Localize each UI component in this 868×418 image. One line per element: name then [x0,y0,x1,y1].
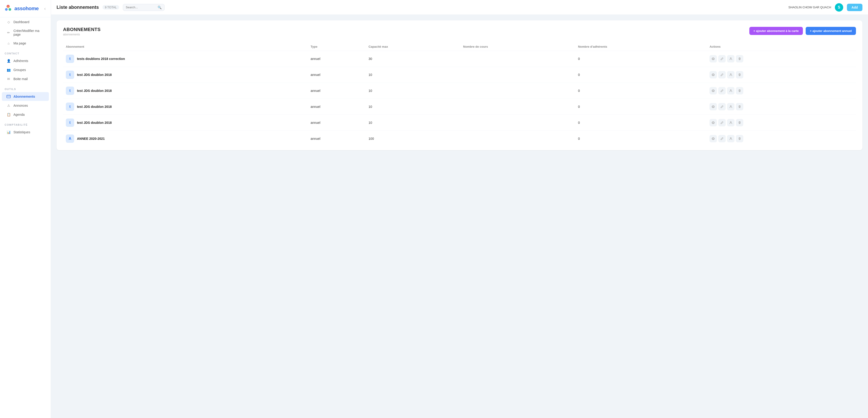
sidebar-item-adherents[interactable]: 👤 Adhérents [2,57,49,65]
sidebar-item-label: Adhérents [13,59,28,63]
card-title-block: ABONNEMENTS abonnements [63,27,101,36]
user-button[interactable] [727,71,735,78]
user-button[interactable] [727,87,735,95]
col-capacite-max: Capacité max [366,43,460,51]
topbar: Liste abonnements 9 TOTAL 🔍 SHAOLIN CHOW… [51,0,868,15]
action-buttons [710,87,853,95]
sidebar-item-abonnements[interactable]: Abonnements [2,92,49,101]
edit-button[interactable] [718,103,726,110]
action-buttons [710,71,853,78]
view-button[interactable] [710,71,717,78]
delete-button[interactable] [736,71,743,78]
topbar-right: SHAOLIN CHOW GAR QUACH S Add [788,3,862,11]
table-row: t tests doublons 2018 correction annuel … [63,51,856,67]
abonnement-cell: t test JDS doublon 2018 [66,103,305,111]
type-cell: annuel [308,83,366,99]
user-name: SHAOLIN CHOW GAR QUACH [788,6,831,9]
add-button[interactable]: Add [847,4,862,11]
nombre-adherents-cell: 0 [575,99,707,115]
sidebar-item-agenda[interactable]: 📋 Agenda [2,110,49,119]
sidebar-collapse-button[interactable]: ‹ [43,6,47,11]
table-row: A ANNEE 2020-2021 annuel 100 0 [63,131,856,147]
sidebar-item-label: Abonnements [13,95,35,98]
nombre-cours-cell [460,51,575,67]
sidebar-section-comptabilite: COMPTABILITÉ 📊 Statistiques [0,119,51,137]
abonnement-cell: t test JDS doublon 2018 [66,86,305,95]
abonnements-table: Abonnement Type Capacité max Nombre de c… [63,43,856,146]
view-button[interactable] [710,103,717,110]
table-row: t test JDS doublon 2018 annuel 10 0 [63,115,856,131]
delete-button[interactable] [736,119,743,126]
svg-point-1 [5,8,8,11]
user-button[interactable] [727,119,735,126]
view-button[interactable] [710,87,717,95]
abonnement-avatar: t [66,103,74,111]
card-header: ABONNEMENTS abonnements + ajouter abonne… [63,27,856,36]
view-button[interactable] [710,119,717,126]
sidebar-item-label: Créer/Modifier ma page [13,29,44,36]
nombre-adherents-cell: 0 [575,83,707,99]
nombre-cours-cell [460,83,575,99]
table-row: t test JDS doublon 2018 annuel 10 0 [63,83,856,99]
edit-button[interactable] [718,71,726,78]
abonnement-avatar: t [66,71,74,79]
sidebar-item-statistiques[interactable]: 📊 Statistiques [2,128,49,137]
capacite-max-cell: 10 [366,115,460,131]
sidebar-item-annonces[interactable]: ⚠ Annonces [2,101,49,110]
capacite-max-cell: 10 [366,99,460,115]
abonnement-name: test JDS doublon 2018 [77,105,112,109]
user-button[interactable] [727,55,735,63]
diamond-icon: ◇ [6,20,11,24]
abonnement-name: ANNEE 2020-2021 [77,137,105,140]
add-carte-button[interactable]: + ajouter abonnement à la carte [749,27,803,35]
user-button[interactable] [727,135,735,142]
capacite-max-cell: 100 [366,131,460,147]
sidebar-item-ma-page[interactable]: ⌂ Ma page [2,39,49,48]
card-subtitle: abonnements [63,33,101,36]
delete-button[interactable] [736,135,743,142]
sidebar-item-creer-page[interactable]: ✏ Créer/Modifier ma page [2,27,49,39]
action-buttons [710,55,853,63]
search-input[interactable] [126,6,156,9]
edit-button[interactable] [718,119,726,126]
svg-point-5 [712,58,714,60]
card-actions: + ajouter abonnement à la carte + ajoute… [749,27,856,35]
sidebar-item-label: Dashboard [13,20,29,24]
edit-button[interactable] [718,87,726,95]
user-button[interactable] [727,103,735,110]
delete-button[interactable] [736,87,743,95]
sidebar-logo: assohome ‹ [0,0,51,18]
app-container: assohome ‹ ◇ Dashboard ✏ Créer/Modifier … [0,0,868,418]
topbar-left: Liste abonnements 9 TOTAL 🔍 [57,4,164,11]
edit-button[interactable] [718,55,726,63]
sidebar-item-groupes[interactable]: 👥 Groupes [2,66,49,74]
sidebar-section-contact: CONTACT 👤 Adhérents 👥 Groupes ✉ Boite ma… [0,48,51,83]
col-nombre-adherents: Nombre d'adhérents [575,43,707,51]
add-annuel-button[interactable]: + ajouter abonnement annuel [806,27,856,35]
nombre-adherents-cell: 0 [575,67,707,83]
sidebar-item-label: Annonces [13,104,28,107]
sidebar-section-outils: OUTILS Abonnements ⚠ Annonces 📋 Agenda [0,83,51,119]
svg-rect-4 [7,95,10,98]
sidebar-item-dashboard[interactable]: ◇ Dashboard [2,18,49,26]
delete-button[interactable] [736,103,743,110]
home-icon: ⌂ [6,41,11,45]
capacite-max-cell: 30 [366,51,460,67]
edit-button[interactable] [718,135,726,142]
type-cell: annuel [308,67,366,83]
annonces-icon: ⚠ [6,103,11,108]
view-button[interactable] [710,135,717,142]
table-wrapper: Abonnement Type Capacité max Nombre de c… [63,43,856,146]
svg-point-11 [712,106,714,107]
section-label-comptabilite: COMPTABILITÉ [0,119,51,128]
search-box[interactable]: 🔍 [123,4,164,11]
svg-point-13 [712,122,714,124]
mail-icon: ✉ [6,77,11,81]
sidebar-item-boite-mail[interactable]: ✉ Boite mail [2,74,49,83]
delete-button[interactable] [736,55,743,63]
table-body: t tests doublons 2018 correction annuel … [63,51,856,147]
view-button[interactable] [710,55,717,63]
abonnement-cell: t test JDS doublon 2018 [66,71,305,79]
stats-icon: 📊 [6,130,11,134]
svg-point-7 [712,74,714,75]
